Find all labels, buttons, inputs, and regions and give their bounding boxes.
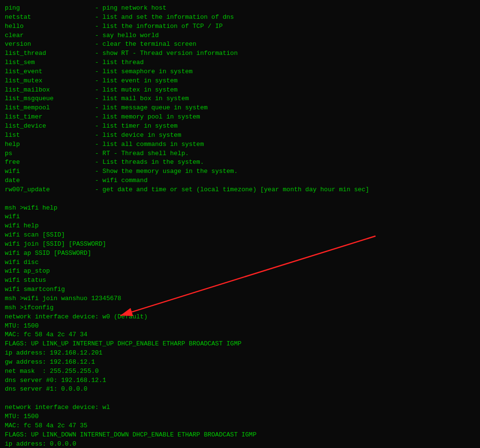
cmd-name: version <box>5 40 63 49</box>
cmd-name: list_msgqueue <box>5 94 63 104</box>
cmd-desc: - wifi command <box>95 177 147 184</box>
terminal-line: list_sem - list thread <box>5 58 475 67</box>
terminal-line: network interface device: w0 (Default) <box>5 313 475 322</box>
terminal-line: ps - RT - Thread shell help. <box>5 149 475 158</box>
terminal-line: wifi ap_stop <box>5 267 475 276</box>
cmd-desc: - clear the terminal screen <box>95 40 196 48</box>
terminal-line: list_timer - list memory pool in system <box>5 113 475 122</box>
terminal-line: version - clear the terminal screen <box>5 40 475 49</box>
terminal-line: list_mutex - list event in system <box>5 77 475 86</box>
terminal-line: MTU: 1500 <box>5 322 475 331</box>
cmd-desc: - list mail box in system <box>95 95 189 102</box>
terminal-line: ping - ping network host <box>5 4 475 13</box>
terminal-line: gw address: 192.168.12.1 <box>5 358 475 367</box>
cmd-desc: - list mutex in system <box>95 86 178 93</box>
cmd-desc: - list and set the information of dns <box>95 13 234 21</box>
cmd-desc: - list timer in system <box>95 122 178 130</box>
cmd-name: list_timer <box>5 113 63 122</box>
cmd-desc: - list the information of TCP / IP <box>95 23 222 30</box>
terminal-line: FLAGS: UP LINK_DOWN INTERNET_DOWN DHCP_E… <box>5 431 475 440</box>
cmd-desc: - say hello world <box>95 32 159 39</box>
cmd-name: rw007_update <box>5 185 63 195</box>
terminal-line: wifi join [SSID] [PASSWORD] <box>5 240 475 249</box>
cmd-name: free <box>5 158 63 167</box>
terminal-line: net mask : 255.255.255.0 <box>5 367 475 376</box>
terminal-line: wifi ap SSID [PASSWORD] <box>5 249 475 258</box>
terminal-line: netstat - list and set the information o… <box>5 13 475 22</box>
cmd-desc: - Show the memory usage in the system. <box>95 168 237 175</box>
cmd-desc: - list semaphore in system <box>95 68 193 75</box>
cmd-desc: - list all commands in system <box>95 141 204 148</box>
terminal-line: wifi disc <box>5 258 475 267</box>
terminal-line: FLAGS: UP LINK_UP INTERNET_UP DHCP_ENABL… <box>5 340 475 349</box>
terminal-line: date - wifi command <box>5 176 475 185</box>
cmd-name: list_sem <box>5 58 63 67</box>
cmd-name: list_event <box>5 67 63 77</box>
cmd-name: ping <box>5 4 63 13</box>
cmd-desc: - list thread <box>95 59 143 66</box>
terminal-line: list - list device in system <box>5 131 475 140</box>
terminal-line: list_thread - show RT - Thread version i… <box>5 49 475 58</box>
terminal-line: msh >wifi join wanshuo 12345678 <box>5 294 475 303</box>
cmd-desc: - get date and time or set (local timezo… <box>95 186 369 193</box>
terminal-line: msh >wifi help <box>5 204 475 213</box>
terminal-line <box>5 195 475 204</box>
cmd-desc: - ping network host <box>95 4 166 12</box>
terminal-line: msh >ifconfig <box>5 303 475 313</box>
terminal-line: ip address: 192.168.12.201 <box>5 349 475 358</box>
terminal-line: list_device - list timer in system <box>5 122 475 131</box>
terminal-line: MTU: 1500 <box>5 412 475 422</box>
cmd-name: list_mutex <box>5 77 63 86</box>
cmd-name: list_thread <box>5 49 63 58</box>
terminal-line: list_mempool - list message queue in sys… <box>5 104 475 113</box>
cmd-desc: - list device in system <box>95 132 181 139</box>
terminal-line: wifi scan [SSID] <box>5 231 475 240</box>
terminal-line: clear - say hello world <box>5 31 475 40</box>
terminal-line: wifi <box>5 212 475 222</box>
terminal-line: network interface device: wl <box>5 403 475 412</box>
cmd-desc: - list message queue in system <box>95 104 208 111</box>
cmd-name: list_mailbox <box>5 86 63 95</box>
terminal-output: ping - ping network hostnetstat - list a… <box>0 0 480 448</box>
cmd-name: date <box>5 176 63 185</box>
cmd-name: hello <box>5 22 63 31</box>
terminal-line: dns server #0: 192.168.12.1 <box>5 376 475 385</box>
terminal-line: list_mailbox - list mutex in system <box>5 86 475 95</box>
terminal-line: wifi status <box>5 276 475 285</box>
cmd-name: list_device <box>5 122 63 131</box>
terminal-line: wifi help <box>5 222 475 231</box>
terminal-line: ip address: 0.0.0.0 <box>5 440 475 448</box>
terminal-line: MAC: fc 58 4a 2c 47 34 <box>5 330 475 340</box>
cmd-desc: - List threads in the system. <box>95 158 204 166</box>
terminal-line: dns server #1: 0.0.0.0 <box>5 385 475 394</box>
terminal-line: hello - list the information of TCP / IP <box>5 22 475 31</box>
terminal-line: free - List threads in the system. <box>5 158 475 167</box>
cmd-name: help <box>5 140 63 149</box>
terminal-line: wifi smartconfig <box>5 285 475 294</box>
cmd-desc: - list memory pool in system <box>95 113 200 120</box>
terminal-line: rw007_update - get date and time or set … <box>5 185 475 195</box>
cmd-name: list <box>5 131 63 140</box>
terminal-line: help - list all commands in system <box>5 140 475 149</box>
terminal-line: list_event - list semaphore in system <box>5 67 475 77</box>
cmd-desc: - RT - Thread shell help. <box>95 150 189 157</box>
cmd-desc: - list event in system <box>95 77 178 84</box>
cmd-name: ps <box>5 149 63 158</box>
terminal-line: list_msgqueue - list mail box in system <box>5 94 475 104</box>
terminal-line <box>5 394 475 403</box>
cmd-name: clear <box>5 31 63 40</box>
terminal-line: wifi - Show the memory usage in the syst… <box>5 167 475 176</box>
cmd-name: netstat <box>5 13 63 22</box>
cmd-desc: - show RT - Thread version information <box>95 50 237 57</box>
terminal-line: MAC: fc 58 4a 2c 47 35 <box>5 422 475 431</box>
cmd-name: list_mempool <box>5 104 63 113</box>
cmd-name: wifi <box>5 167 63 176</box>
